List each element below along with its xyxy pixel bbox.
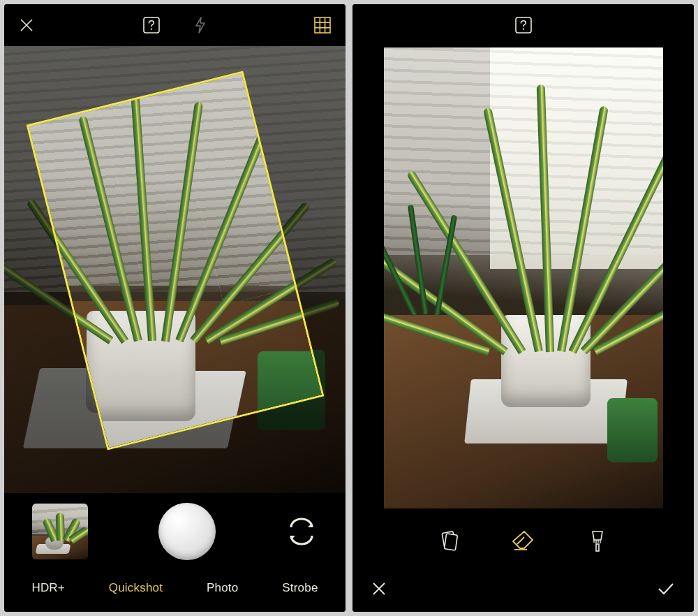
- top-toolbar: [4, 4, 346, 46]
- mode-strobe[interactable]: Strobe: [282, 581, 318, 595]
- help-icon: [142, 16, 161, 34]
- flash-button[interactable]: [193, 16, 208, 34]
- grid-toggle-button[interactable]: [313, 16, 332, 34]
- svg-rect-6: [444, 534, 457, 550]
- switch-camera-button[interactable]: [285, 518, 318, 545]
- edit-toolbar: [352, 510, 694, 573]
- top-toolbar: [352, 4, 694, 46]
- confirm-bar: [352, 573, 694, 612]
- card-stack-icon: [438, 529, 461, 553]
- close-button[interactable]: [18, 17, 35, 34]
- svg-rect-2: [315, 17, 330, 33]
- confirm-button[interactable]: [656, 580, 676, 597]
- flash-icon: [193, 16, 208, 34]
- grid-icon: [313, 16, 332, 34]
- photo-preview[interactable]: [352, 46, 694, 510]
- camera-viewfinder[interactable]: [4, 46, 346, 493]
- switch-camera-icon: [285, 518, 318, 545]
- cancel-button[interactable]: [371, 580, 387, 597]
- svg-point-4: [522, 28, 524, 29]
- tool-eraser-button[interactable]: [510, 529, 537, 554]
- svg-point-1: [150, 28, 151, 29]
- mode-hdr[interactable]: HDR+: [31, 581, 65, 595]
- close-icon: [18, 17, 35, 34]
- mode-photo[interactable]: Photo: [207, 581, 238, 595]
- mode-selector[interactable]: HDR+ Quickshot Photo Strobe: [4, 570, 346, 612]
- capture-controls: HDR+ Quickshot Photo Strobe: [4, 493, 346, 612]
- photo-edit-screen: [352, 4, 694, 612]
- mode-quickshot[interactable]: Quickshot: [109, 581, 163, 595]
- camera-capture-screen: HDR+ Quickshot Photo Strobe: [4, 4, 346, 612]
- last-photo-thumbnail[interactable]: [32, 504, 88, 559]
- help-button[interactable]: [514, 16, 533, 34]
- svg-rect-7: [596, 544, 599, 551]
- tool-brush-button[interactable]: [586, 529, 609, 554]
- preview-image: [384, 47, 663, 508]
- close-icon: [371, 580, 387, 597]
- eraser-icon: [510, 529, 537, 554]
- check-icon: [656, 580, 676, 597]
- brush-icon: [586, 529, 609, 554]
- help-button[interactable]: [142, 16, 161, 34]
- help-icon: [514, 16, 533, 34]
- shutter-button[interactable]: [158, 503, 216, 560]
- tool-cards-button[interactable]: [438, 529, 461, 553]
